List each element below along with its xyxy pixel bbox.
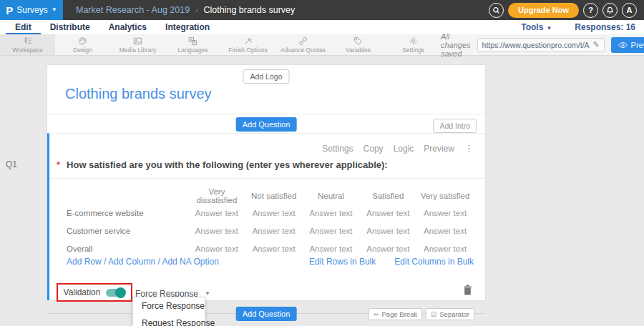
surveys-menu[interactable]: P Surveys ▼ — [0, 0, 63, 20]
matrix-answer-cell[interactable]: Answer text — [303, 244, 360, 253]
svg-text:A: A — [193, 41, 196, 44]
matrix-column-header: Very dissatisfied — [188, 187, 245, 204]
matrix-answer-cell[interactable]: Answer text — [303, 227, 360, 235]
toolbar-item-settings[interactable]: Settings — [386, 34, 441, 55]
toolbar-right: All changes saved https://www.questionpr… — [441, 34, 644, 55]
matrix-answer-cell[interactable]: Answer text — [359, 209, 416, 217]
matrix-answer-cell[interactable]: Answer text — [416, 244, 474, 253]
settings-icon — [409, 36, 418, 46]
finish-options-icon — [243, 36, 253, 46]
toolbar-item-languages[interactable]: aALanguages — [165, 34, 220, 55]
survey-nav: EditDistributeAnalyticsIntegration Tools… — [0, 20, 644, 34]
page-break-button[interactable]: ✂ Page Break — [369, 308, 422, 320]
toolbar-item-advance-quotas[interactable]: Advance Quotas — [275, 34, 331, 55]
link-add-column[interactable]: Add Column — [108, 257, 155, 267]
separator-button[interactable]: ☑ Separator — [426, 308, 474, 320]
questionpro-logo-icon: P — [6, 4, 13, 16]
toolbar-item-label: Variables — [346, 46, 371, 54]
toolbar-item-media-library[interactable]: Media Library — [110, 34, 165, 55]
question-text[interactable]: *How satisfied are you with the followin… — [57, 159, 388, 170]
link-edit-rows-in-bulk[interactable]: Edit Rows in Bulk — [309, 257, 376, 267]
breadcrumb-separator-icon: › — [195, 6, 197, 14]
tab-distribute[interactable]: Distribute — [41, 20, 99, 34]
tab-integration[interactable]: Integration — [156, 20, 219, 34]
matrix-answer-cell[interactable]: Answer text — [188, 244, 245, 253]
eye-icon — [618, 41, 628, 49]
matrix-column-header: Not satisfied — [245, 192, 303, 200]
add-logo-button[interactable]: Add Logo — [243, 69, 290, 84]
tab-analytics[interactable]: Analytics — [99, 20, 156, 34]
matrix-column-header: Satisfied — [359, 192, 416, 200]
question-actions: SettingsCopyLogicPreview⋮ — [322, 143, 474, 154]
validation-toggle[interactable] — [106, 289, 125, 297]
matrix-answer-cell[interactable]: Answer text — [359, 227, 416, 235]
delete-question-button[interactable] — [463, 285, 472, 298]
toolbar-item-finish-options[interactable]: Finish Options — [220, 34, 275, 55]
question-action-copy[interactable]: Copy — [364, 144, 384, 154]
nav-tabs: EditDistributeAnalyticsIntegration — [6, 20, 219, 34]
save-status: All changes saved — [441, 32, 471, 58]
matrix-answer-cell[interactable]: Answer text — [416, 209, 474, 217]
survey-title[interactable]: Clothing brands survey — [65, 86, 212, 102]
menu-option-force-response[interactable]: Force Response — [133, 297, 205, 315]
upgrade-now-button[interactable]: Upgrade Now — [508, 3, 579, 18]
matrix-table: Very dissatisfiedNot satisfiedNeutralSat… — [67, 188, 474, 257]
account-button[interactable]: A — [622, 3, 637, 18]
survey-card: Add Logo Clothing brands survey Add Ques… — [47, 64, 486, 301]
matrix-answer-cell[interactable]: Answer text — [245, 209, 303, 217]
languages-icon: aA — [188, 36, 197, 46]
search-icon — [492, 6, 500, 14]
chevron-down-icon: ▼ — [205, 291, 210, 297]
matrix-answer-cell[interactable]: Answer text — [416, 227, 474, 235]
question-action-preview[interactable]: Preview — [424, 144, 454, 154]
notifications-button[interactable] — [602, 3, 618, 18]
toolbar-item-label: Settings — [402, 46, 424, 54]
divider — [49, 178, 485, 179]
matrix-answer-cell[interactable]: Answer text — [245, 244, 303, 253]
add-intro-button[interactable]: Add Intro — [433, 119, 477, 133]
topbar-actions: Upgrade Now ? A — [489, 3, 644, 18]
kebab-menu-icon[interactable]: ⋮ — [464, 143, 474, 154]
add-question-button-top[interactable]: Add Question — [236, 117, 297, 132]
responses-count[interactable]: Responses: 16 — [575, 22, 635, 32]
validation-label: Validation — [64, 287, 101, 297]
chevron-down-icon: ▼ — [546, 25, 552, 31]
validation-highlight-box: Validation — [57, 283, 132, 302]
link-add-na-option[interactable]: Add NA Option — [162, 257, 218, 267]
tab-edit[interactable]: Edit — [6, 20, 41, 34]
bottom-row: Add Question ✂ Page Break ☑ Separator — [47, 307, 486, 322]
matrix-answer-cell[interactable]: Answer text — [359, 244, 416, 253]
toolbar-item-label: Finish Options — [228, 46, 267, 54]
question-action-logic[interactable]: Logic — [394, 144, 414, 154]
menu-option-request-response[interactable]: Request Response — [133, 315, 205, 326]
media-library-icon — [133, 36, 142, 46]
divider — [47, 114, 485, 114]
question-action-settings[interactable]: Settings — [322, 144, 353, 154]
matrix-answer-cell[interactable]: Answer text — [188, 209, 245, 217]
toggle-knob — [115, 287, 126, 298]
matrix-answer-cell[interactable]: Answer text — [303, 209, 360, 217]
toolbar-item-design[interactable]: Design — [55, 34, 110, 55]
add-question-button-bottom[interactable]: Add Question — [236, 307, 297, 321]
matrix-row-label: Customer service — [67, 227, 188, 235]
checkbox-icon: ☑ — [431, 311, 436, 318]
help-button[interactable]: ? — [583, 3, 598, 18]
toolbar-item-variables[interactable]: Variables — [331, 34, 386, 55]
breadcrumb-survey-name: Clothing brands survey — [203, 5, 295, 15]
search-button[interactable] — [489, 3, 504, 18]
link-add-row[interactable]: Add Row — [67, 257, 102, 267]
tools-menu[interactable]: Tools▼ — [521, 22, 552, 32]
survey-url-field[interactable]: https://www.questionpro.com/t/APNrFZ ✎ — [477, 38, 605, 52]
breadcrumb: Market Research - Aug 2019 › Clothing br… — [76, 5, 295, 15]
breadcrumb-folder[interactable]: Market Research - Aug 2019 — [76, 5, 190, 15]
toolbar-item-workspace[interactable]: Workspace — [0, 34, 55, 55]
edit-pencil-icon[interactable]: ✎ — [592, 40, 599, 49]
question-block[interactable]: SettingsCopyLogicPreview⋮ *How satisfied… — [47, 133, 485, 300]
link-edit-columns-in-bulk[interactable]: Edit Columns in Bulk — [394, 257, 474, 267]
matrix-answer-cell[interactable]: Answer text — [188, 227, 245, 235]
matrix-answer-cell[interactable]: Answer text — [245, 227, 303, 235]
matrix-row-label: E-commerce website — [67, 209, 188, 217]
add-links: Add Row / Add Column / Add NA Option — [67, 257, 219, 267]
question-links-row: Add Row / Add Column / Add NA Option Edi… — [67, 257, 474, 267]
preview-button[interactable]: Preview — [611, 37, 644, 53]
